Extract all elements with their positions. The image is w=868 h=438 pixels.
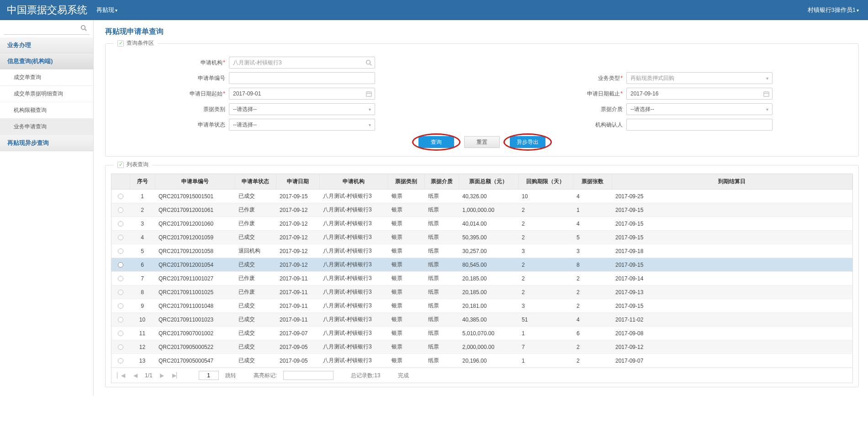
cell-amount: 80,545.00: [459, 258, 518, 272]
cell-medium: 纸票: [424, 285, 459, 299]
cell-index: 12: [130, 340, 155, 354]
cell-date: 2017-09-11: [276, 272, 319, 285]
cell-class: 银票: [388, 244, 424, 258]
pager-highlight-input[interactable]: [283, 371, 333, 380]
row-radio[interactable]: [118, 248, 123, 254]
label-biz-type: 业务类型*: [380, 74, 626, 82]
row-radio[interactable]: [118, 262, 123, 268]
pager-jump[interactable]: 跳转: [225, 372, 236, 380]
cell-org: 八月测试-村镇银行3: [319, 340, 388, 354]
table-row[interactable]: 8QRC20170911001025已作废2017-09-11八月测试-村镇银行…: [111, 285, 852, 299]
col-term: 回购期限（天）: [518, 174, 573, 190]
cell-class: 银票: [388, 217, 424, 231]
table-row[interactable]: 10QRC20170911001023已成交2017-09-11八月测试-村镇银…: [111, 313, 852, 327]
chevron-down-icon: ▾: [766, 76, 768, 81]
row-radio[interactable]: [118, 303, 123, 309]
search-icon[interactable]: [365, 59, 372, 66]
legend-toggle-icon[interactable]: ✓: [117, 40, 124, 47]
svg-point-0: [81, 26, 85, 30]
col-apply-no: 申请单编号: [155, 174, 235, 190]
select-bill-class[interactable]: --请选择--▾: [229, 103, 375, 115]
table-row[interactable]: 13QRC20170905000547已成交2017-09-05八月测试-村镇银…: [111, 354, 852, 368]
cell-status: 已作废: [235, 217, 276, 231]
cell-apply-no: QRC20170911001025: [155, 285, 235, 299]
table-row[interactable]: 11QRC20170907001002已成交2017-09-07八月测试-村镇银…: [111, 327, 852, 340]
svg-line-1: [85, 29, 87, 31]
select-apply-status[interactable]: --请选择--▾: [229, 119, 375, 131]
chevron-down-icon: ▾: [369, 107, 371, 112]
row-radio[interactable]: [118, 276, 123, 281]
select-bill-medium[interactable]: --请选择--▾: [626, 103, 773, 115]
sidebar-group-info-query[interactable]: 信息查询(机构端): [0, 53, 93, 69]
table-row[interactable]: 12QRC20170905000522已成交2017-09-05八月测试-村镇银…: [111, 340, 852, 354]
table-row[interactable]: 3QRC20170912001060已作废2017-09-12八月测试-村镇银行…: [111, 217, 852, 231]
input-date-to[interactable]: 2017-09-16: [626, 88, 773, 100]
cell-medium: 纸票: [424, 190, 459, 203]
cell-amount: 40,385.00: [459, 313, 518, 327]
sidebar-search-input[interactable]: [4, 23, 90, 35]
table-row[interactable]: 6QRC20170912001054已成交2017-09-12八月测试-村镇银行…: [111, 258, 852, 272]
svg-point-2: [366, 60, 370, 64]
cell-org: 八月测试-村镇银行3: [319, 313, 388, 327]
input-apply-org[interactable]: 八月测试-村镇银行3: [229, 57, 375, 69]
sidebar-item-deal-query[interactable]: 成交单查询: [0, 69, 93, 86]
input-confirmer[interactable]: [626, 119, 773, 131]
cell-settle: 2017-09-25: [612, 190, 852, 203]
col-medium: 票据介质: [424, 174, 459, 190]
input-date-from[interactable]: 2017-09-01: [229, 88, 375, 100]
row-radio[interactable]: [118, 344, 123, 350]
cell-settle: 2017-09-15: [612, 231, 852, 244]
row-radio[interactable]: [118, 358, 123, 364]
cell-settle: 2017-09-07: [612, 354, 852, 368]
nav-rediscount[interactable]: 再贴现: [96, 6, 117, 14]
table-row[interactable]: 2QRC20170912001061已作废2017-09-12八月测试-村镇银行…: [111, 203, 852, 217]
calendar-icon[interactable]: [366, 91, 372, 97]
pager-first[interactable]: ▏◀: [116, 372, 126, 379]
cell-date: 2017-09-11: [276, 285, 319, 299]
pager-next[interactable]: ▶: [159, 372, 165, 379]
row-radio[interactable]: [118, 317, 123, 322]
cell-index: 8: [130, 285, 155, 299]
row-radio[interactable]: [118, 290, 123, 295]
legend-toggle-icon[interactable]: ✓: [117, 162, 124, 168]
row-radio[interactable]: [118, 235, 123, 240]
table-header: 序号 申请单编号 申请单状态 申请日期 申请机构 票据类别 票据介质 票面总额（…: [111, 174, 852, 190]
pager-prev[interactable]: ◀: [132, 372, 138, 379]
search-icon[interactable]: [80, 25, 87, 31]
sidebar-item-deal-detail-query[interactable]: 成交单票据明细查询: [0, 86, 93, 102]
cell-date: 2017-09-12: [276, 244, 319, 258]
cell-date: 2017-09-12: [276, 203, 319, 217]
table-row[interactable]: 1QRC20170915001501已成交2017-09-15八月测试-村镇银行…: [111, 190, 852, 203]
table-row[interactable]: 7QRC20170911001027已作废2017-09-11八月测试-村镇银行…: [111, 272, 852, 285]
table-row[interactable]: 5QRC20170912001058退回机构2017-09-12八月测试-村镇银…: [111, 244, 852, 258]
table-row[interactable]: 9QRC20170911001048已成交2017-09-11八月测试-村镇银行…: [111, 299, 852, 313]
cell-count: 4: [573, 217, 612, 231]
sidebar-item-org-limit-query[interactable]: 机构限额查询: [0, 102, 93, 119]
calendar-icon[interactable]: [763, 91, 769, 97]
sidebar-item-biz-apply-query[interactable]: 业务申请查询: [0, 119, 93, 135]
row-radio[interactable]: [118, 207, 123, 213]
input-apply-no[interactable]: [229, 72, 375, 84]
main-content: 再贴现申请单查询 ✓ 查询条件区 申请机构* 八月测试-村镇银行3: [94, 20, 868, 396]
sidebar-group-business[interactable]: 业务办理: [0, 37, 93, 53]
cell-index: 6: [130, 258, 155, 272]
select-biz-type[interactable]: 再贴现质押式回购▾: [626, 72, 773, 84]
cell-status: 已成交: [235, 299, 276, 313]
pager-page-input[interactable]: [199, 371, 219, 380]
col-index: 序号: [130, 174, 155, 190]
cell-count: 5: [573, 231, 612, 244]
row-radio[interactable]: [118, 221, 123, 227]
sidebar-group-async-query[interactable]: 再贴现异步查询: [0, 135, 93, 151]
pager-last[interactable]: ▶▏: [171, 372, 181, 379]
chevron-down-icon: ▾: [766, 107, 768, 112]
cell-medium: 纸票: [424, 327, 459, 340]
query-button[interactable]: 查询: [418, 136, 454, 148]
row-radio[interactable]: [118, 194, 123, 199]
cell-term: 10: [518, 190, 573, 203]
cell-apply-no: QRC20170912001060: [155, 217, 235, 231]
async-export-button[interactable]: 异步导出: [510, 136, 545, 148]
table-row[interactable]: 4QRC20170912001059已成交2017-09-12八月测试-村镇银行…: [111, 231, 852, 244]
row-radio[interactable]: [118, 331, 123, 336]
user-menu[interactable]: 村镇银行3操作员1: [808, 6, 859, 14]
reset-button[interactable]: 重置: [464, 136, 500, 148]
